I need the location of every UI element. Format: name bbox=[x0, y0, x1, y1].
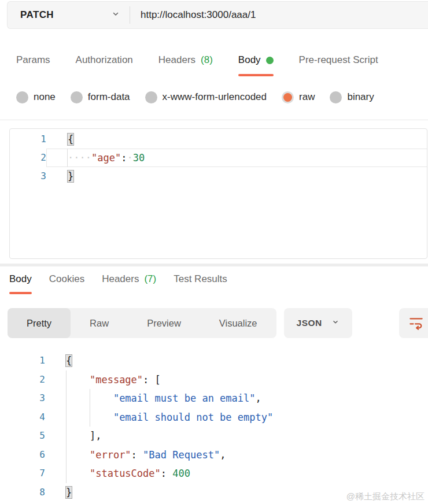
indent-guide bbox=[90, 389, 90, 408]
view-mode-raw[interactable]: Raw bbox=[71, 308, 128, 338]
indent-guide bbox=[66, 464, 67, 483]
body-mode-form-data[interactable]: form-data bbox=[71, 91, 130, 103]
line-number: 1 bbox=[0, 351, 45, 370]
radio-icon bbox=[16, 91, 28, 103]
code-line: 2 "message": [ bbox=[0, 370, 428, 390]
line-number: 8 bbox=[0, 483, 45, 502]
tab-body[interactable]: Body bbox=[238, 53, 274, 76]
url-input[interactable] bbox=[130, 9, 428, 21]
response-tab-cookies[interactable]: Cookies bbox=[49, 273, 84, 294]
view-mode-visualize[interactable]: Visualize bbox=[200, 308, 276, 338]
radio-icon bbox=[145, 91, 157, 103]
request-body-editor[interactable]: 1{2····"age":·303} bbox=[9, 128, 427, 259]
tab-label: Test Results bbox=[174, 273, 227, 285]
segment-label: Raw bbox=[90, 318, 109, 329]
body-mode-none[interactable]: none bbox=[16, 91, 56, 103]
code-text: } bbox=[46, 167, 427, 186]
segment-label: Visualize bbox=[219, 318, 257, 329]
tab-authorization[interactable]: Authorization bbox=[76, 53, 133, 76]
line-number: 1 bbox=[10, 130, 46, 149]
code-line: 4 "email should not be empty" bbox=[0, 408, 428, 427]
indent-guide bbox=[66, 408, 67, 427]
radio-selected-icon bbox=[283, 93, 292, 102]
indent-guide bbox=[66, 446, 67, 465]
code-line: 7 "statusCode": 400 bbox=[0, 464, 428, 483]
wrap-lines-button[interactable] bbox=[399, 308, 428, 338]
format-dropdown[interactable]: JSON bbox=[284, 308, 352, 338]
radio-label: x-www-form-urlencoded bbox=[163, 91, 267, 103]
code-text: "statusCode": 400 bbox=[45, 464, 428, 483]
chevron-down-icon bbox=[111, 9, 120, 21]
view-mode-switcher: Pretty Raw Preview Visualize bbox=[8, 308, 276, 338]
radio-label: raw bbox=[299, 91, 315, 103]
code-line[interactable]: 3} bbox=[10, 167, 427, 186]
line-number: 3 bbox=[10, 167, 46, 186]
code-line: 3 "email must be an email", bbox=[0, 389, 428, 408]
response-tab-test-results[interactable]: Test Results bbox=[174, 273, 227, 294]
line-number: 7 bbox=[0, 464, 45, 483]
body-mode-selector: none form-data x-www-form-urlencoded raw… bbox=[0, 86, 428, 109]
response-tabs: Body Cookies Headers (7) Test Results bbox=[0, 273, 428, 294]
line-number: 2 bbox=[10, 149, 46, 167]
request-response-divider bbox=[0, 264, 428, 266]
segment-label: Preview bbox=[147, 318, 181, 329]
format-label: JSON bbox=[297, 318, 322, 328]
headers-count-badge: (8) bbox=[201, 54, 213, 66]
code-line[interactable]: 1{ bbox=[10, 130, 427, 149]
tab-label: Pre-request Script bbox=[299, 54, 378, 66]
code-text: { bbox=[45, 351, 428, 370]
code-line[interactable]: 2····"age":·30 bbox=[10, 149, 427, 167]
view-mode-preview[interactable]: Preview bbox=[128, 308, 200, 338]
body-mode-x-www-form-urlencoded[interactable]: x-www-form-urlencoded bbox=[145, 91, 267, 103]
code-text: "message": [ bbox=[45, 370, 428, 390]
radio-icon bbox=[71, 91, 83, 103]
tab-label: Authorization bbox=[76, 54, 133, 66]
code-line: 5 ], bbox=[0, 427, 428, 446]
body-indicator-dot bbox=[266, 57, 274, 64]
method-dropdown[interactable]: PATCH bbox=[8, 2, 130, 28]
response-tab-headers[interactable]: Headers (7) bbox=[102, 273, 156, 294]
tab-label: Params bbox=[16, 54, 50, 66]
response-tab-body[interactable]: Body bbox=[9, 273, 32, 294]
tab-label: Headers bbox=[102, 273, 139, 285]
tab-params[interactable]: Params bbox=[16, 53, 50, 76]
code-text: ····"age":·30 bbox=[46, 149, 427, 167]
wrap-lines-icon bbox=[408, 314, 424, 332]
indent-guide bbox=[66, 370, 67, 390]
watermark: @稀土掘金技术社区 bbox=[346, 491, 425, 502]
indent-guide bbox=[90, 408, 90, 427]
radio-label: form-data bbox=[88, 91, 130, 103]
indent-guide bbox=[67, 149, 68, 167]
code-text: "email should not be empty" bbox=[45, 408, 428, 427]
method-label: PATCH bbox=[20, 9, 54, 21]
headers-count-badge: (7) bbox=[144, 273, 156, 285]
line-number: 4 bbox=[0, 408, 45, 427]
radio-label: binary bbox=[347, 91, 374, 103]
code-line: 6 "error": "Bad Request", bbox=[0, 446, 428, 465]
tab-pre-request-script[interactable]: Pre-request Script bbox=[299, 53, 378, 76]
indent-guide bbox=[66, 389, 67, 408]
tab-label: Headers bbox=[158, 54, 195, 66]
code-line: 1{ bbox=[0, 351, 428, 370]
tab-label: Body bbox=[9, 273, 32, 285]
body-mode-binary[interactable]: binary bbox=[330, 91, 374, 103]
indent-guide bbox=[66, 427, 67, 446]
body-mode-raw[interactable]: raw bbox=[282, 91, 315, 103]
line-number: 5 bbox=[0, 427, 45, 446]
divider bbox=[0, 120, 428, 120]
chevron-down-icon bbox=[331, 318, 340, 328]
tab-label: Body bbox=[238, 54, 261, 66]
radio-label: none bbox=[34, 91, 56, 103]
response-body-viewer[interactable]: 1{2 "message": [3 "email must be an emai… bbox=[0, 351, 428, 502]
line-number: 3 bbox=[0, 389, 45, 408]
line-number: 2 bbox=[0, 370, 45, 390]
code-text: "error": "Bad Request", bbox=[45, 446, 428, 465]
view-mode-pretty[interactable]: Pretty bbox=[8, 308, 71, 338]
response-toolbar: Pretty Raw Preview Visualize JSON bbox=[8, 308, 428, 338]
code-text: "email must be an email", bbox=[45, 389, 428, 408]
tab-headers[interactable]: Headers (8) bbox=[158, 53, 213, 76]
request-url-bar: PATCH bbox=[7, 1, 428, 29]
code-text: ], bbox=[45, 427, 428, 446]
line-number: 6 bbox=[0, 446, 45, 465]
segment-label: Pretty bbox=[27, 318, 51, 329]
